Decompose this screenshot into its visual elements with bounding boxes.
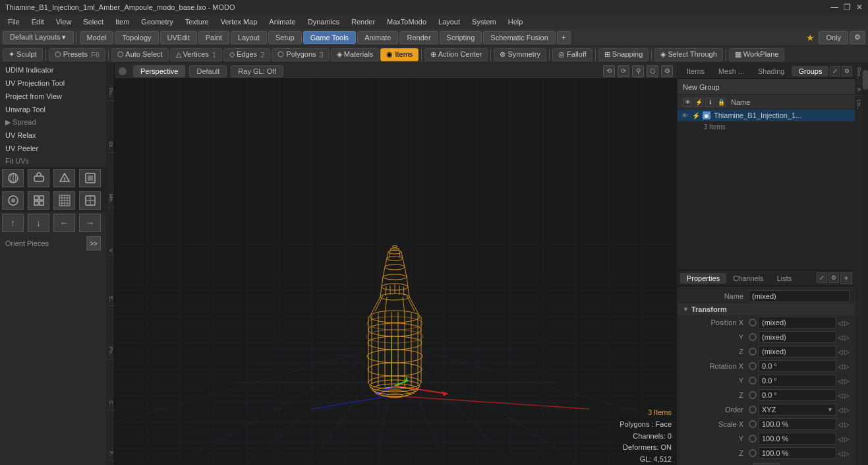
menu-geometry[interactable]: Geometry xyxy=(136,16,178,27)
vp-icon-grid[interactable]: ⬡ xyxy=(647,65,658,77)
materials-button[interactable]: ◈ Materials xyxy=(331,48,380,61)
side-tab-c[interactable]: C.. xyxy=(107,398,115,410)
close-button[interactable]: ✕ xyxy=(856,3,863,12)
items-lock-icon[interactable]: 🔒 xyxy=(716,98,726,107)
edges-button[interactable]: ◇ Edges 2 xyxy=(223,48,270,61)
rotation-z-right[interactable]: ▷ xyxy=(844,392,850,399)
vp-icon-settings[interactable]: ⚙ xyxy=(661,65,673,77)
viewport-canvas[interactable]: 3 Items Polygons : Face Channels: 0 Defo… xyxy=(115,79,677,465)
menu-file[interactable]: File xyxy=(3,16,25,27)
position-x-right[interactable]: ▷ xyxy=(844,319,850,326)
props-tab-properties[interactable]: Properties xyxy=(680,273,726,284)
tool-icon-8[interactable] xyxy=(79,191,101,210)
sculpt-button[interactable]: ✦ Sculpt xyxy=(3,48,43,61)
arrow-right[interactable]: → xyxy=(79,214,101,232)
ray-gl-tab[interactable]: Ray GL: Off xyxy=(231,65,283,77)
right-tab-icon-settings[interactable]: ⚙ xyxy=(842,66,852,77)
rotation-z-circle[interactable] xyxy=(749,391,757,399)
scale-x-circle[interactable] xyxy=(749,420,757,428)
tool-icon-3[interactable] xyxy=(53,169,75,187)
tool-icon-6[interactable] xyxy=(28,191,49,210)
menu-item[interactable]: Item xyxy=(110,16,134,27)
position-x-link[interactable]: ◁ xyxy=(838,319,843,326)
udim-indicator-tool[interactable]: UDIM Indicator xyxy=(0,63,106,77)
menu-select[interactable]: Select xyxy=(78,16,109,27)
order-right[interactable]: ▷ xyxy=(844,406,850,414)
arrow-up[interactable]: ↑ xyxy=(2,214,24,232)
tool-icon-4[interactable] xyxy=(79,169,101,187)
props-plus-button[interactable]: + xyxy=(840,272,852,284)
right-side-tab-a[interactable]: A xyxy=(855,84,863,96)
position-z-value[interactable]: (mixed) xyxy=(759,346,836,357)
side-tab-mes[interactable]: Me.. xyxy=(107,191,115,208)
position-z-link[interactable]: ◁ xyxy=(838,348,843,356)
scale-y-circle[interactable] xyxy=(749,435,757,443)
rotation-y-value[interactable]: 0.0 ° xyxy=(759,375,836,387)
scale-x-link[interactable]: ◁ xyxy=(838,421,843,428)
rotation-y-circle[interactable] xyxy=(749,377,757,385)
right-tab-groups[interactable]: Groups xyxy=(792,66,828,77)
tab-uvedit[interactable]: UVEdit xyxy=(160,31,197,44)
scale-y-value[interactable]: 100.0 % xyxy=(759,433,836,445)
scale-y-right[interactable]: ▷ xyxy=(844,435,850,443)
menu-maxtomodo[interactable]: MaxToModo xyxy=(382,16,432,27)
items-eye-icon[interactable]: 👁 xyxy=(683,98,692,107)
tool-icon-1[interactable] xyxy=(2,169,24,187)
right-side-tab-gro[interactable]: Gro.. xyxy=(855,63,863,84)
scale-y-link[interactable]: ◁ xyxy=(838,435,843,443)
side-tab-e[interactable]: E.. xyxy=(107,294,115,306)
side-tab-po[interactable]: Po.. xyxy=(107,344,115,359)
menu-edit[interactable]: Edit xyxy=(26,16,49,27)
vp-icon-orbit[interactable]: ⟲ xyxy=(603,65,615,77)
rotation-z-link[interactable]: ◁ xyxy=(838,392,843,399)
position-z-circle[interactable] xyxy=(749,348,757,356)
tab-layout[interactable]: Layout xyxy=(231,31,267,44)
rotation-z-value[interactable]: 0.0 ° xyxy=(759,389,836,401)
tab-game-tools[interactable]: Game Tools xyxy=(303,31,357,44)
tab-schematic-fusion[interactable]: Schematic Fusion xyxy=(483,31,555,44)
arrow-left[interactable]: ← xyxy=(53,214,75,232)
tab-paint[interactable]: Paint xyxy=(198,31,229,44)
position-x-value[interactable]: (mixed) xyxy=(759,317,836,328)
menu-view[interactable]: View xyxy=(51,16,77,27)
transform-section[interactable]: ▼ Transform xyxy=(678,303,855,315)
arrow-down[interactable]: ↓ xyxy=(28,214,49,232)
auto-select-button[interactable]: ⬡ Auto Select xyxy=(111,48,169,61)
scale-z-circle[interactable] xyxy=(749,449,757,457)
right-side-tab-lis[interactable]: Lis.. xyxy=(855,96,863,113)
action-center-button[interactable]: ⊕ Action Center xyxy=(424,48,488,61)
props-tab-channels[interactable]: Channels xyxy=(726,273,770,284)
menu-layout[interactable]: Layout xyxy=(433,16,465,27)
item-render-1[interactable]: ⚡ xyxy=(691,111,701,120)
items-button[interactable]: ◉ Items xyxy=(380,48,419,61)
tab-animate[interactable]: Animate xyxy=(357,31,398,44)
uv-relax-tool[interactable]: UV Relax xyxy=(0,129,106,142)
position-x-circle[interactable] xyxy=(749,319,757,326)
menu-help[interactable]: Help xyxy=(503,16,529,27)
position-y-value[interactable]: (mixed) xyxy=(759,331,836,343)
vp-icon-zoom[interactable]: ⟳ xyxy=(618,65,629,77)
spread-tool[interactable]: ▶ Spread xyxy=(0,116,106,129)
tab-scripting[interactable]: Scripting xyxy=(440,31,482,44)
right-tab-mesh[interactable]: Mesh ... xyxy=(712,66,751,77)
scale-x-right[interactable]: ▷ xyxy=(844,421,850,428)
select-through-button[interactable]: ◈ Select Through xyxy=(654,48,722,61)
scale-z-right[interactable]: ▷ xyxy=(844,450,850,457)
default-tab[interactable]: Default xyxy=(189,65,227,77)
scale-z-value[interactable]: 100.0 % xyxy=(759,447,836,459)
position-y-right[interactable]: ▷ xyxy=(844,334,850,341)
rotation-x-circle[interactable] xyxy=(749,362,757,370)
falloff-button[interactable]: ◎ Falloff xyxy=(552,48,593,61)
unwrap-tool[interactable]: Unwrap Tool xyxy=(0,103,106,116)
expand-button[interactable]: >> xyxy=(86,236,101,251)
rotation-y-right[interactable]: ▷ xyxy=(844,377,850,385)
workplane-button[interactable]: ▦ WorkPlane xyxy=(729,48,785,61)
tab-setup[interactable]: Setup xyxy=(268,31,302,44)
position-y-link[interactable]: ◁ xyxy=(838,334,843,341)
props-icon-expand[interactable]: ⤢ xyxy=(817,272,827,283)
default-layouts-button[interactable]: Default Layouts ▾ xyxy=(3,31,74,44)
side-tab-di[interactable]: Di.. xyxy=(107,139,115,153)
tab-render[interactable]: Render xyxy=(399,31,438,44)
menu-texture[interactable]: Texture xyxy=(180,16,214,27)
name-value[interactable]: (mixed) xyxy=(749,290,850,302)
